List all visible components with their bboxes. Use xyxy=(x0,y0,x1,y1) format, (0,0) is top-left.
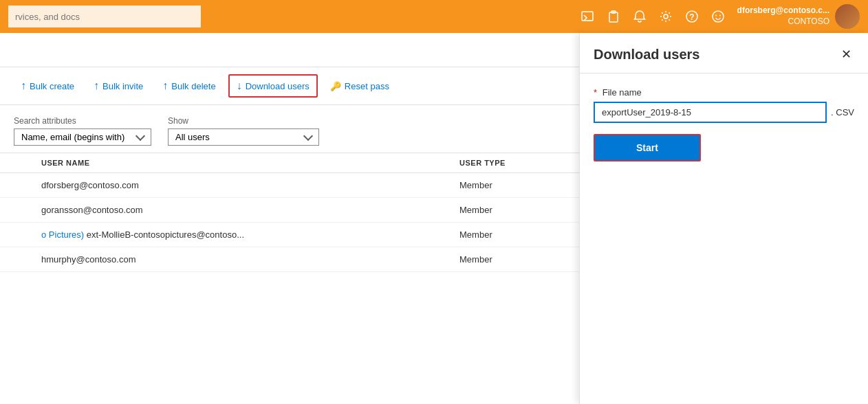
user-org: CONTOSO xyxy=(737,16,829,27)
filters-row: Search attributes Name, email (begins wi… xyxy=(0,105,579,153)
show-select[interactable]: All users xyxy=(168,128,319,146)
terminal-icon[interactable] xyxy=(581,10,594,23)
user-info: dforsberg@contoso.c... CONTOSO xyxy=(737,4,860,29)
global-search-input[interactable] xyxy=(8,5,201,27)
search-attributes-select[interactable]: Name, email (begins with) xyxy=(14,128,151,146)
show-label: Show xyxy=(168,116,319,126)
col-username-header: USER NAME xyxy=(28,153,446,173)
top-navbar: ? dforsberg@contoso.c... CONTOSO xyxy=(0,0,868,33)
table-header-row: USER NAME USER TYPE xyxy=(0,153,579,173)
col-usertype-header: USER TYPE xyxy=(446,153,579,173)
panel-body: * File name . CSV Start xyxy=(580,74,868,404)
reset-password-button[interactable]: Reset pass xyxy=(323,76,396,96)
clipboard-icon[interactable] xyxy=(607,10,620,23)
close-panel-button[interactable]: ✕ xyxy=(838,45,854,63)
table-row[interactable]: o Pictures) ext-MollieB-contosopictures@… xyxy=(0,223,579,247)
file-name-label: File name xyxy=(603,87,642,98)
bulk-create-icon xyxy=(21,80,26,92)
reset-pass-label: Reset pass xyxy=(345,81,389,91)
row-usertype: Member xyxy=(446,198,579,223)
row-checkbox-cell xyxy=(0,198,28,223)
panel-title: Download users xyxy=(594,47,699,63)
row-checkbox-cell xyxy=(0,173,28,198)
svg-point-8 xyxy=(715,15,717,16)
row-usertype: Member xyxy=(446,173,579,198)
download-users-panel: Download users ✕ * File name . CSV Start xyxy=(579,33,868,404)
row-checkbox-cell xyxy=(0,247,28,272)
bulk-delete-button[interactable]: Bulk delete xyxy=(155,76,222,96)
nav-icons: ? dforsberg@contoso.c... CONTOSO xyxy=(581,4,860,29)
user-email: dforsberg@contoso.c... xyxy=(737,5,829,16)
row-username: dforsberg@contoso.com xyxy=(28,173,446,198)
row-usertype: Member xyxy=(446,223,579,247)
file-name-field-label: * File name xyxy=(594,87,854,98)
show-value: All users xyxy=(175,132,210,142)
emoji-icon[interactable] xyxy=(711,10,725,23)
show-group: Show All users xyxy=(168,116,319,146)
row-usertype: Member xyxy=(446,247,579,272)
reset-pass-icon xyxy=(330,80,341,92)
start-button-wrapper: Start xyxy=(594,134,701,161)
bulk-delete-icon xyxy=(162,80,168,92)
settings-icon[interactable] xyxy=(659,10,673,23)
chevron-down-icon xyxy=(303,131,313,141)
svg-rect-0 xyxy=(582,12,593,21)
help-icon[interactable]: ? xyxy=(685,10,699,23)
bulk-create-button[interactable]: Bulk create xyxy=(14,76,81,96)
svg-point-9 xyxy=(719,15,721,16)
row-username: hmurphy@contoso.com xyxy=(28,247,446,272)
table-row[interactable]: hmurphy@contoso.comMember xyxy=(0,247,579,272)
row-username: o Pictures) ext-MollieB-contosopictures@… xyxy=(28,223,446,247)
bulk-invite-button[interactable]: Bulk invite xyxy=(87,76,150,96)
users-table: USER NAME USER TYPE dforsberg@contoso.co… xyxy=(0,153,579,272)
file-name-input[interactable] xyxy=(594,102,827,123)
download-users-button[interactable]: Download users xyxy=(228,74,318,98)
bell-icon[interactable] xyxy=(633,10,647,23)
required-star: * xyxy=(594,87,597,98)
search-attributes-value: Name, email (begins with) xyxy=(21,132,124,142)
nav-left xyxy=(8,5,201,27)
csv-suffix: . CSV xyxy=(831,107,854,117)
download-users-label: Download users xyxy=(246,81,310,91)
row-username: goransson@contoso.com xyxy=(28,198,446,223)
search-attributes-group: Search attributes Name, email (begins wi… xyxy=(14,116,151,146)
sub-header xyxy=(0,33,579,67)
download-users-icon xyxy=(237,80,242,92)
left-panel: Bulk create Bulk invite Bulk delete Down… xyxy=(0,33,579,404)
bulk-invite-label: Bulk invite xyxy=(102,81,143,91)
bulk-invite-icon xyxy=(94,80,99,92)
table-row[interactable]: goransson@contoso.comMember xyxy=(0,198,579,223)
row-checkbox-cell xyxy=(0,223,28,247)
file-input-wrapper xyxy=(594,102,827,123)
bulk-delete-label: Bulk delete xyxy=(171,81,215,91)
table-row[interactable]: dforsberg@contoso.comMember xyxy=(0,173,579,198)
col-username xyxy=(0,153,28,173)
file-name-row: . CSV xyxy=(594,102,854,123)
chevron-down-icon xyxy=(135,131,145,141)
bulk-create-label: Bulk create xyxy=(30,81,74,91)
avatar[interactable] xyxy=(835,4,860,29)
panel-header: Download users ✕ xyxy=(580,33,868,74)
main-area: Bulk create Bulk invite Bulk delete Down… xyxy=(0,33,868,404)
start-button[interactable]: Start xyxy=(595,135,699,160)
svg-text:?: ? xyxy=(689,12,694,22)
svg-point-7 xyxy=(713,11,724,22)
search-attributes-label: Search attributes xyxy=(14,116,151,126)
toolbar: Bulk create Bulk invite Bulk delete Down… xyxy=(0,67,579,105)
row-link[interactable]: o Pictures) xyxy=(41,229,84,240)
svg-point-4 xyxy=(664,14,668,19)
svg-rect-2 xyxy=(609,12,618,22)
